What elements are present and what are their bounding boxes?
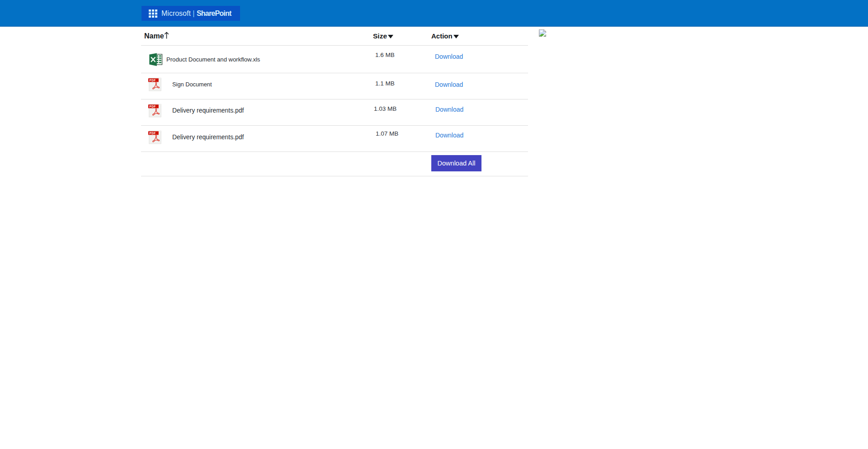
svg-text:PDF: PDF <box>150 131 156 134</box>
svg-text:PDF: PDF <box>150 105 156 108</box>
svg-text:PDF: PDF <box>150 79 156 82</box>
